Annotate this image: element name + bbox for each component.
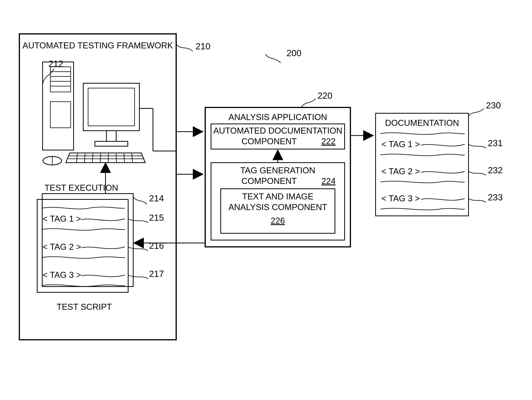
doc-tag3: < TAG 3 > bbox=[381, 194, 420, 203]
adc-line2: COMPONENT bbox=[241, 136, 297, 146]
svg-line-16 bbox=[100, 153, 101, 163]
doc-tag2: < TAG 2 > bbox=[381, 166, 420, 176]
ref-217: 217 bbox=[149, 269, 164, 279]
svg-rect-10 bbox=[95, 141, 128, 146]
ref-222: 222 bbox=[321, 136, 336, 146]
ref-212: 212 bbox=[48, 59, 63, 69]
documentation-title: DOCUMENTATION bbox=[385, 118, 459, 127]
ts-tag3: < TAG 3 > bbox=[43, 270, 81, 279]
svg-rect-0 bbox=[43, 62, 74, 150]
doc-tag1: < TAG 1 > bbox=[381, 140, 420, 149]
ref-216: 216 bbox=[149, 241, 164, 251]
svg-rect-8 bbox=[88, 88, 134, 126]
svg-line-13 bbox=[76, 153, 77, 163]
ref-200: 200 bbox=[286, 48, 301, 58]
documentation-doc: < TAG 1 > < TAG 2 > < TAG 3 > bbox=[380, 133, 465, 210]
analysis-app-title: ANALYSIS APPLICATION bbox=[228, 112, 327, 122]
ref-210: 210 bbox=[196, 41, 210, 51]
tia-line2: ANALYSIS COMPONENT bbox=[228, 202, 327, 212]
diagram-root: AUTOMATED TESTING FRAMEWORK 210 212 bbox=[0, 0, 532, 400]
svg-line-14 bbox=[84, 153, 85, 163]
test-execution-label: TEST EXECUTION bbox=[44, 183, 118, 192]
tgc-line1: TAG GENERATION bbox=[240, 165, 315, 175]
svg-rect-1 bbox=[50, 67, 71, 92]
svg-rect-9 bbox=[107, 131, 116, 141]
svg-line-20 bbox=[132, 153, 133, 163]
ref-214: 214 bbox=[149, 193, 164, 203]
svg-line-17 bbox=[108, 153, 108, 163]
ref-233: 233 bbox=[488, 192, 503, 202]
ref-215: 215 bbox=[149, 213, 164, 223]
svg-rect-7 bbox=[83, 83, 139, 131]
tgc-line2: COMPONENT bbox=[241, 176, 297, 186]
test-script-doc: < TAG 1 > < TAG 2 > < TAG 3 > bbox=[42, 207, 125, 286]
computer-icon bbox=[43, 62, 145, 165]
ts-tag1: < TAG 1 > bbox=[43, 214, 81, 223]
test-script-label: TEST SCRIPT bbox=[57, 302, 112, 311]
ts-tag2: < TAG 2 > bbox=[43, 242, 81, 252]
svg-line-15 bbox=[92, 153, 93, 163]
tia-line1: TEXT AND IMAGE bbox=[242, 192, 313, 201]
svg-line-18 bbox=[116, 153, 116, 163]
ref-231: 231 bbox=[488, 138, 503, 148]
ref-224: 224 bbox=[321, 176, 336, 186]
adc-line1: AUTOMATED DOCUMENTATION bbox=[213, 126, 342, 135]
ref-232: 232 bbox=[488, 165, 503, 175]
ref-226: 226 bbox=[271, 216, 285, 225]
svg-rect-6 bbox=[50, 102, 71, 128]
ref-220: 220 bbox=[317, 91, 332, 101]
ref-230: 230 bbox=[486, 100, 501, 110]
svg-line-19 bbox=[124, 153, 125, 163]
framework-title: AUTOMATED TESTING FRAMEWORK bbox=[22, 41, 173, 50]
